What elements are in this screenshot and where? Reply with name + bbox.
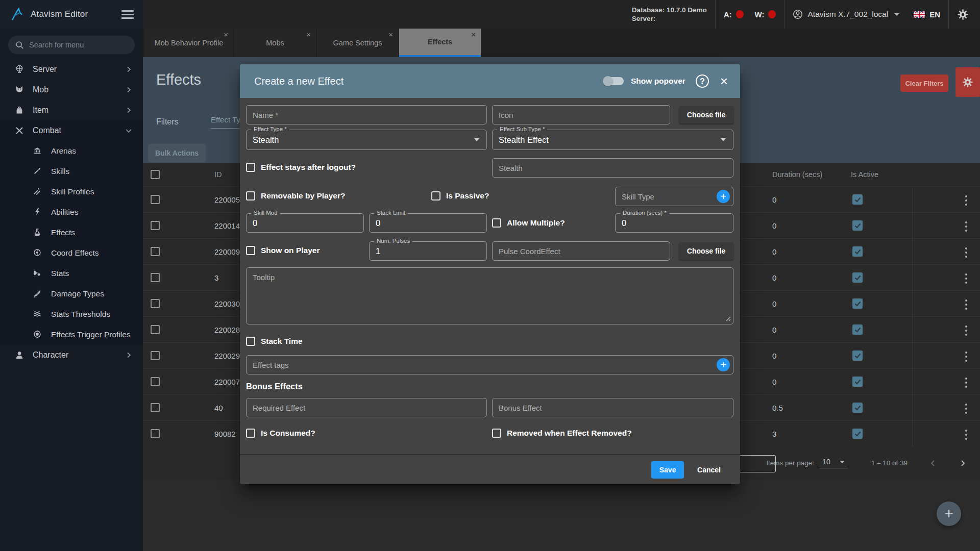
- sidebar-item-skill-profiles[interactable]: Skill Profiles: [0, 182, 143, 202]
- row-checkbox[interactable]: [151, 247, 160, 256]
- row-checkbox[interactable]: [151, 299, 160, 308]
- checkbox[interactable]: [492, 218, 501, 228]
- sidebar-search[interactable]: [8, 36, 135, 54]
- sidebar-item-arenas[interactable]: Arenas: [0, 141, 143, 161]
- duration-field[interactable]: Duration (secs) * 0: [615, 213, 733, 233]
- sidebar-item-server[interactable]: Server: [0, 59, 143, 80]
- row-menu-kebab-icon[interactable]: [964, 428, 969, 441]
- row-checkbox[interactable]: [151, 351, 160, 360]
- row-menu-kebab-icon[interactable]: [964, 350, 969, 363]
- add-effect-tag-button[interactable]: +: [717, 358, 730, 371]
- close-icon[interactable]: ×: [224, 31, 228, 39]
- checkbox[interactable]: [246, 429, 255, 438]
- row-checkbox[interactable]: [151, 273, 160, 282]
- sidebar-item-stats-thresholds[interactable]: Stats Thresholds: [0, 304, 143, 324]
- tab-mob-behavior-profile[interactable]: Mob Behavior Profile ×: [144, 29, 233, 57]
- effect-type-select[interactable]: Effect Type * Stealth: [246, 130, 487, 150]
- sidebar-item-damage-types[interactable]: Damage Types: [0, 284, 143, 304]
- items-per-page-select[interactable]: 10: [819, 458, 848, 468]
- row-checkbox[interactable]: [151, 377, 160, 386]
- icon-choose-file-button[interactable]: Choose file: [679, 106, 733, 123]
- checkbox[interactable]: [246, 191, 255, 201]
- row-menu-kebab-icon[interactable]: [964, 220, 969, 233]
- is-active-checkbox[interactable]: [852, 194, 863, 205]
- removed-when-effect-removed-checkbox[interactable]: Removed when Effect Removed?: [492, 429, 632, 438]
- is-active-checkbox[interactable]: [852, 272, 863, 283]
- required-effect-input[interactable]: [246, 398, 487, 417]
- pulse-choose-file-button[interactable]: Choose file: [679, 242, 733, 260]
- is-consumed-checkbox[interactable]: Is Consumed?: [246, 429, 315, 438]
- checkbox[interactable]: [246, 337, 255, 346]
- settings-gear-icon[interactable]: [957, 9, 969, 20]
- name-input[interactable]: [246, 105, 487, 124]
- row-menu-kebab-icon[interactable]: [964, 246, 969, 259]
- checkbox[interactable]: [431, 191, 440, 201]
- row-menu-kebab-icon[interactable]: [964, 194, 969, 207]
- bonus-effect-input[interactable]: [492, 398, 733, 417]
- bulk-actions-button[interactable]: Bulk Actions: [148, 144, 206, 162]
- save-button[interactable]: Save: [651, 461, 684, 479]
- is-active-checkbox[interactable]: [852, 377, 863, 387]
- show-on-player-checkbox[interactable]: Show on Player: [246, 246, 320, 255]
- row-checkbox[interactable]: [151, 429, 160, 438]
- clear-filters-button[interactable]: Clear Filters: [900, 74, 948, 92]
- allow-multiple-checkbox[interactable]: Allow Multiple?: [492, 218, 565, 228]
- tab-effects[interactable]: Effects ×: [399, 29, 481, 57]
- close-icon[interactable]: ×: [471, 31, 476, 39]
- icon-input[interactable]: [492, 105, 670, 124]
- stack-time-checkbox[interactable]: Stack Time: [246, 337, 303, 346]
- row-menu-kebab-icon[interactable]: [964, 298, 969, 311]
- effect-stays-after-logout-checkbox[interactable]: Effect stays after logout?: [246, 163, 356, 172]
- is-active-checkbox[interactable]: [852, 324, 863, 335]
- help-icon[interactable]: ?: [696, 74, 709, 88]
- select-all-checkbox[interactable]: [151, 170, 160, 179]
- row-checkbox[interactable]: [151, 221, 160, 230]
- row-menu-kebab-icon[interactable]: [964, 402, 969, 415]
- is-active-checkbox[interactable]: [852, 220, 863, 231]
- next-page-button[interactable]: [959, 459, 967, 467]
- checkbox[interactable]: [246, 246, 255, 255]
- show-popover-toggle[interactable]: [603, 77, 624, 85]
- is-passive-checkbox[interactable]: Is Passive?: [431, 191, 489, 201]
- sidebar-item-abilities[interactable]: Abilities: [0, 202, 143, 222]
- sidebar-item-combat[interactable]: Combat: [0, 120, 143, 141]
- stealth-param-input[interactable]: [492, 158, 733, 178]
- sidebar-item-effects-trigger-profiles[interactable]: Effects Trigger Profiles: [0, 324, 143, 345]
- stack-limit-field[interactable]: Stack Limit 0: [369, 213, 487, 233]
- is-active-checkbox[interactable]: [852, 246, 863, 257]
- hamburger-menu-icon[interactable]: [121, 8, 134, 21]
- sidebar-item-skills[interactable]: Skills: [0, 161, 143, 182]
- add-effect-fab[interactable]: +: [937, 502, 961, 526]
- row-checkbox[interactable]: [151, 325, 160, 334]
- pulse-coordeffect-input[interactable]: [492, 241, 670, 261]
- sidebar-item-coord-effects[interactable]: Coord Effects: [0, 243, 143, 263]
- is-active-checkbox[interactable]: [852, 298, 863, 309]
- effect-tags-select[interactable]: Effect tags +: [246, 355, 733, 374]
- resize-handle-icon[interactable]: [726, 316, 731, 321]
- checkbox[interactable]: [246, 163, 255, 172]
- sidebar-item-character[interactable]: Character: [0, 345, 143, 365]
- sidebar-item-effects[interactable]: Effects: [0, 222, 143, 243]
- sidebar-item-stats[interactable]: Stats: [0, 263, 143, 284]
- row-menu-kebab-icon[interactable]: [964, 272, 969, 285]
- cancel-button[interactable]: Cancel: [692, 462, 726, 478]
- account-menu[interactable]: Atavism X.7_002_local: [793, 9, 899, 19]
- sidebar-item-item[interactable]: Item: [0, 100, 143, 120]
- close-icon[interactable]: ×: [720, 74, 728, 88]
- is-active-checkbox[interactable]: [852, 403, 863, 413]
- tab-game-settings[interactable]: Game Settings ×: [317, 29, 398, 57]
- tab-mobs[interactable]: Mobs ×: [234, 29, 316, 57]
- skill-type-select[interactable]: Skill Type +: [615, 187, 733, 206]
- skill-mod-field[interactable]: Skill Mod 0: [246, 213, 364, 233]
- close-icon[interactable]: ×: [388, 31, 393, 39]
- row-menu-kebab-icon[interactable]: [964, 376, 969, 389]
- search-input[interactable]: [29, 41, 128, 49]
- is-active-checkbox[interactable]: [852, 429, 863, 439]
- table-settings-button[interactable]: [955, 67, 980, 97]
- tooltip-textarea[interactable]: [246, 267, 733, 324]
- row-menu-kebab-icon[interactable]: [964, 324, 969, 337]
- row-checkbox[interactable]: [151, 403, 160, 412]
- row-checkbox[interactable]: [151, 195, 160, 204]
- checkbox[interactable]: [492, 429, 501, 438]
- language-selector[interactable]: EN: [914, 10, 940, 19]
